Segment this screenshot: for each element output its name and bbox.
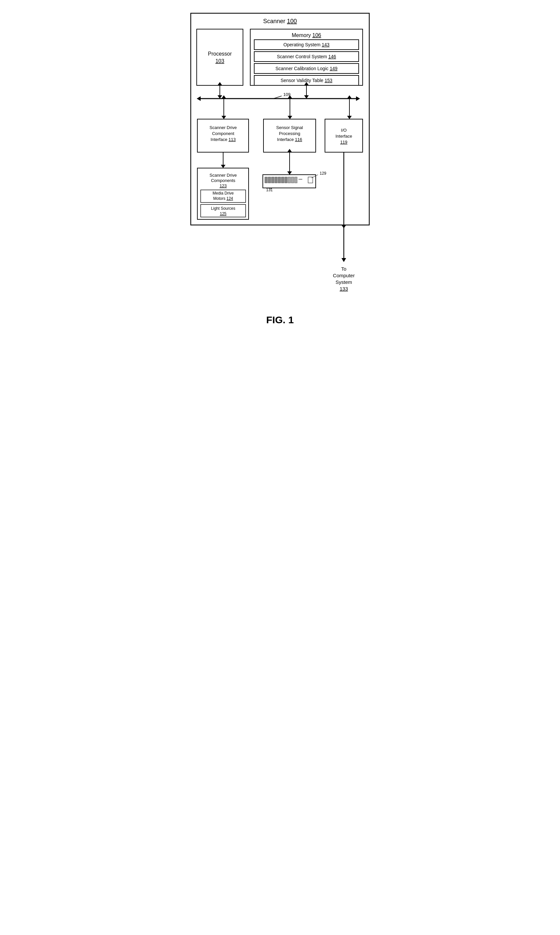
ls-line1: Light Sources	[211, 206, 235, 211]
ls-number: 125	[220, 211, 226, 216]
scs-label: Scanner Control System 146	[277, 54, 336, 59]
sspi-number: 116	[295, 137, 302, 142]
memory-number: 106	[312, 32, 322, 38]
diagram-svg: Scanner 100 Processor 103 Memory 106 Ope…	[181, 7, 379, 304]
mdm-line1: Media Drive	[212, 191, 234, 196]
processor-label: Processor	[208, 51, 232, 57]
sdci-line1: Scanner Drive	[209, 125, 237, 130]
sdci-line2: Component	[212, 131, 234, 136]
io-line1: I/O	[341, 128, 346, 133]
sdc-title-line2: Components	[211, 178, 235, 183]
pixel-5	[278, 177, 281, 183]
to-computer-number: 133	[340, 286, 348, 292]
io-number: 119	[340, 140, 348, 145]
sdci-line3: Interface 113	[211, 137, 236, 142]
pixel-8	[288, 177, 291, 183]
os-label: Operating System 143	[283, 42, 329, 47]
processor-box	[197, 29, 243, 85]
pixel-7	[285, 177, 287, 183]
svt-number: 153	[325, 78, 332, 83]
sdci-number: 113	[228, 137, 236, 142]
io-final-arrowhead	[342, 258, 346, 262]
pixel-4	[275, 177, 277, 183]
pixel-dots: ···	[298, 177, 303, 182]
mdm-number: 124	[226, 196, 233, 201]
mdm-line2: Motors 124	[213, 196, 233, 201]
scanner-number: 100	[287, 18, 297, 25]
os-number: 143	[322, 42, 329, 47]
to-computer-line3: System	[335, 279, 352, 285]
to-computer-line2: Computer	[333, 273, 355, 278]
sspi-line3: Interface 116	[277, 137, 302, 142]
page-container: Scanner 100 Processor 103 Memory 106 Ope…	[181, 7, 379, 326]
pixel-9	[291, 177, 294, 183]
pixel-10	[295, 177, 297, 183]
scl-number: 149	[329, 66, 337, 71]
scl-label: Scanner Calibration Logic 149	[275, 66, 337, 71]
scs-number: 146	[328, 54, 336, 59]
fig-label: FIG. 1	[266, 314, 294, 326]
to-computer-line1: To	[341, 266, 346, 272]
pixel-6	[282, 177, 284, 183]
sdc-title-line1: Scanner Drive	[209, 173, 237, 177]
processor-number: 103	[215, 58, 225, 64]
sdc-number: 123	[220, 183, 227, 188]
io-line2: Interface	[335, 134, 352, 139]
scanner-title: Scanner 100	[263, 18, 297, 25]
pixel-2	[268, 177, 271, 183]
pixel-3	[271, 177, 274, 183]
pixel-1	[265, 177, 268, 183]
sspi-line1: Sensor Signal	[276, 125, 303, 130]
pixel-end	[308, 177, 313, 183]
memory-title: Memory 106	[292, 32, 322, 38]
sensor-129-label: 129	[320, 171, 326, 176]
sspi-line2: Processing	[279, 131, 300, 136]
